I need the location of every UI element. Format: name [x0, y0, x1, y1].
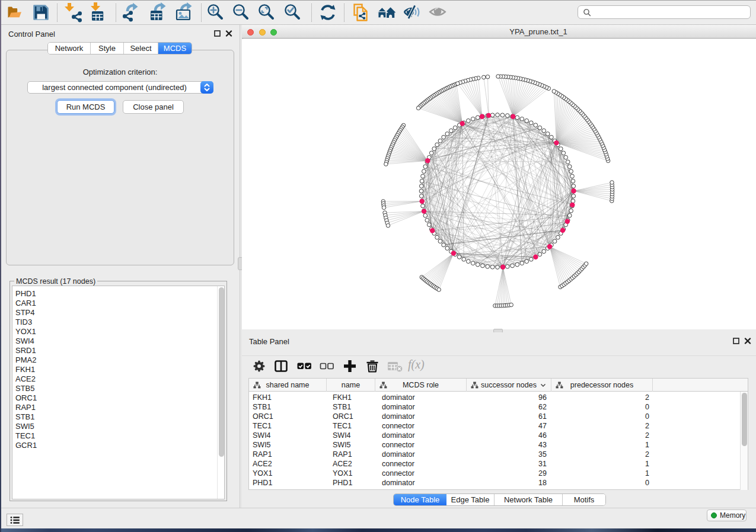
mcds-result-item[interactable]: SRD1 [15, 346, 36, 355]
close-window-icon[interactable] [247, 29, 254, 36]
delete-table-icon [386, 357, 404, 375]
table-panel: Table Panel f(x) [242, 332, 756, 508]
mcds-result-item[interactable]: STB1 [15, 412, 35, 422]
mcds-result-item[interactable]: PMA2 [15, 355, 36, 365]
add-icon[interactable] [341, 357, 359, 375]
zoom-in-icon[interactable] [206, 2, 226, 23]
toolbar-separator [344, 4, 344, 22]
save-session-icon[interactable] [31, 2, 51, 23]
network-view[interactable] [242, 39, 756, 329]
dropdown-arrows-icon [200, 81, 213, 94]
close-panel-button[interactable]: Close panel [123, 100, 184, 114]
control-panel: Control Panel NetworkStyleSelectMCDS Opt… [1, 25, 240, 508]
function-icon: f(x) [408, 357, 426, 375]
search-input[interactable] [578, 5, 751, 19]
zoom-selected-icon[interactable] [283, 2, 303, 23]
network-overview-icon[interactable] [377, 2, 397, 23]
refresh-icon[interactable] [318, 2, 338, 23]
table-row[interactable]: YOX1 YOX1 connector 29 1 [249, 469, 748, 478]
open-file-icon[interactable] [5, 2, 25, 23]
table-row[interactable]: ORC1 ORC1 dominator 61 0 [249, 412, 748, 421]
app-window: Control Panel NetworkStyleSelectMCDS Opt… [1, 0, 756, 528]
duplicate-network-icon[interactable] [351, 2, 371, 23]
mcds-result-item[interactable]: STP4 [15, 308, 35, 318]
criterion-value: largest connected component (undirected) [28, 83, 201, 92]
column-header-name[interactable]: name [327, 379, 375, 392]
zoom-fit-icon[interactable] [257, 2, 277, 23]
mcds-result-item[interactable]: TEC1 [15, 431, 35, 441]
mcds-result-item[interactable]: SWI5 [15, 422, 34, 431]
tab-node-table[interactable]: Node Table [394, 494, 446, 505]
mcds-result-title: MCDS result (17 nodes) [14, 277, 97, 286]
status-bar: Memory [1, 508, 756, 528]
mcds-result-item[interactable]: STB5 [15, 384, 35, 393]
delete-icon[interactable] [363, 357, 381, 375]
search-icon [582, 8, 592, 18]
mcds-result-list[interactable]: PHD1CAR1STP4TID3YOX1SWI4SRD1PMA2FKH1ACE2… [12, 286, 225, 499]
close-panel-icon[interactable] [225, 30, 232, 37]
table-row[interactable]: RAP1 RAP1 dominator 35 2 [249, 450, 748, 459]
minimize-window-icon[interactable] [259, 29, 266, 36]
network-window-titlebar[interactable]: YPA_prune.txt_1 [242, 25, 756, 39]
mcds-tab-content: Optimization criterion: largest connecte… [6, 50, 234, 265]
columns-icon[interactable] [272, 357, 290, 375]
table-row[interactable]: ACE2 ACE2 connector 31 1 [249, 459, 748, 469]
mcds-result-item[interactable]: SWI4 [15, 336, 34, 346]
gear-icon[interactable] [250, 357, 268, 375]
column-header-shared-name[interactable]: shared name [249, 379, 327, 392]
show-details-icon[interactable] [428, 2, 448, 23]
column-header-MCDS-role[interactable]: MCDS role [375, 379, 467, 392]
mcds-result-item[interactable]: RAP1 [15, 403, 36, 412]
tab-edge-table[interactable]: Edge Table [446, 494, 495, 505]
mcds-result-item[interactable]: ACE2 [15, 374, 36, 384]
mcds-list-scrollbar[interactable] [217, 286, 224, 499]
zoom-out-icon[interactable] [231, 2, 251, 23]
mcds-result-item[interactable]: YOX1 [15, 327, 36, 336]
tab-style[interactable]: Style [91, 43, 124, 54]
column-header-predecessor-nodes[interactable]: predecessor nodes [551, 379, 653, 392]
memory-label: Memory [720, 511, 745, 520]
table-panel-title: Table Panel [249, 337, 289, 346]
criterion-dropdown[interactable]: largest connected component (undirected) [27, 81, 213, 94]
table-row[interactable]: SWI5 SWI5 connector 43 1 [249, 440, 748, 450]
tab-network[interactable]: Network [48, 43, 91, 54]
tab-motifs[interactable]: Motifs [563, 494, 605, 505]
network-graph[interactable] [242, 39, 756, 329]
export-table-icon[interactable] [148, 2, 168, 23]
import-network-icon[interactable] [63, 2, 83, 23]
deselect-all-icon[interactable] [318, 357, 336, 375]
mcds-result-item[interactable]: CAR1 [15, 299, 36, 308]
run-mcds-button[interactable]: Run MCDS [57, 100, 114, 114]
float-table-panel-icon[interactable] [733, 338, 739, 344]
toolbar-separator [201, 4, 202, 22]
import-table-icon[interactable] [87, 2, 107, 23]
memory-status-icon [711, 512, 717, 518]
select-all-icon[interactable] [295, 357, 313, 375]
table-row[interactable]: TEC1 TEC1 connector 47 2 [249, 421, 748, 431]
mcds-result-group: MCDS result (17 nodes) PHD1CAR1STP4TID3Y… [9, 281, 227, 501]
mcds-result-item[interactable]: PHD1 [15, 289, 36, 299]
toolbar-separator [57, 4, 58, 22]
toolbar-separator [311, 4, 312, 22]
mcds-result-item[interactable]: TID3 [15, 318, 32, 327]
tab-select[interactable]: Select [124, 43, 158, 54]
column-header-successor-nodes[interactable]: successor nodes [467, 379, 551, 392]
export-image-icon[interactable] [174, 2, 194, 23]
export-network-icon[interactable] [120, 2, 141, 23]
tab-mcds[interactable]: MCDS [158, 43, 192, 54]
mcds-result-item[interactable]: FKH1 [15, 365, 35, 374]
float-panel-icon[interactable] [214, 30, 221, 37]
table-scrollbar[interactable] [740, 392, 748, 490]
close-table-panel-icon[interactable] [744, 338, 751, 344]
task-history-button[interactable] [7, 514, 23, 526]
maximize-window-icon[interactable] [270, 29, 277, 36]
mcds-result-item[interactable]: GCR1 [15, 441, 37, 450]
mcds-result-item[interactable]: ORC1 [15, 393, 37, 403]
hide-details-icon[interactable] [403, 2, 423, 23]
table-row[interactable]: SWI4 SWI4 dominator 46 2 [249, 431, 748, 440]
tab-network-table[interactable]: Network Table [495, 494, 563, 505]
table-row[interactable]: STB1 STB1 dominator 62 0 [249, 402, 748, 412]
memory-button[interactable]: Memory [707, 509, 747, 521]
table-row[interactable]: FKH1 FKH1 dominator 96 2 [249, 393, 748, 402]
table-row[interactable]: PHD1 PHD1 dominator 18 0 [249, 478, 748, 488]
